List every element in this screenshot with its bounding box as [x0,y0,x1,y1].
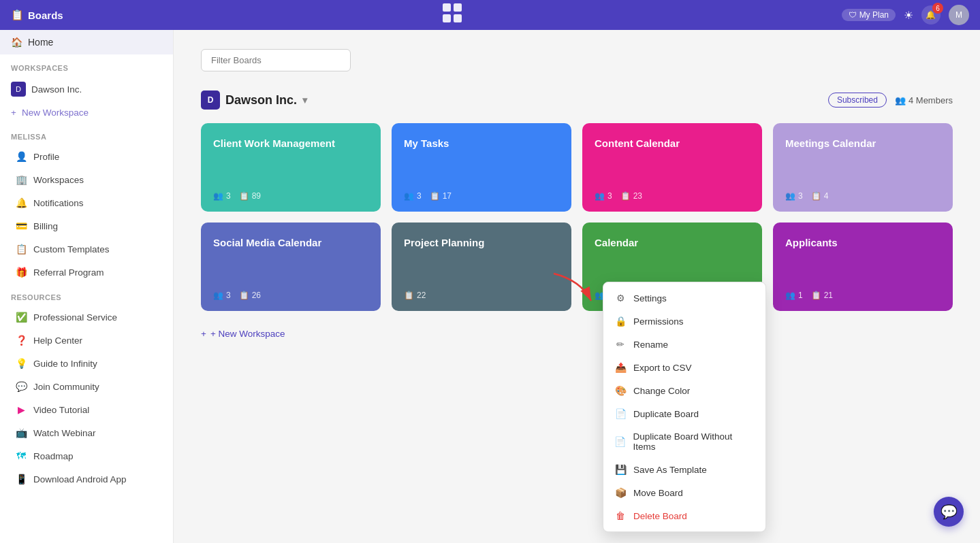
board-title: Social Media Calendar [213,236,368,250]
board-stats: 👥3📋4 [785,180,941,201]
board-title: Project Planning [404,236,559,250]
ctx-item-label: Save As Template [633,465,707,475]
context-menu-item-duplicate-board-without-items[interactable]: 📄 Duplicate Board Without Items [603,425,765,458]
context-menu-item-rename[interactable]: ✏ Rename [603,333,765,356]
boards-grid: Client Work Management 👥3📋89 My Tasks 👥3… [201,123,953,311]
ctx-item-icon: ✏ [614,339,627,350]
app-title: 📋 Boards [11,9,63,21]
android-icon: 📱 [15,474,27,484]
board-card[interactable]: Project Planning 📋22 [392,223,571,311]
plus-icon: + [11,108,16,118]
sidebar-item-notifications[interactable]: 🔔 Notifications [4,192,169,214]
guide-icon: 💡 [15,358,27,369]
sidebar-item-home[interactable]: 🏠 Home [0,30,173,54]
new-workspace-button[interactable]: + + New Workspace [201,325,953,343]
board-stats: 👥3📋17 [404,180,559,201]
members-icon: 👥 [895,95,906,105]
subscribed-badge: Subscribed [828,93,887,108]
board-card[interactable]: Applicants 👥1📋21 [773,223,953,311]
notification-bell[interactable]: 🔔6 [921,5,941,24]
billing-icon: 💳 [15,220,27,231]
board-stats: 👥3📋26 [213,280,368,300]
ctx-item-label: Export to CSV [633,363,692,373]
sidebar-item-profile[interactable]: 👤 Profile [4,146,169,167]
sidebar-item-custom-templates[interactable]: 📋 Custom Templates [4,238,169,260]
sidebar-item-referral[interactable]: 🎁 Referral Program [4,261,169,283]
workspace-title[interactable]: D Dawson Inc. ▾ [201,90,307,110]
context-menu-item-change-color[interactable]: 🎨 Change Color [603,379,765,402]
referral-icon: 🎁 [15,267,27,278]
sidebar-item-roadmap[interactable]: 🗺 Roadmap [4,445,169,467]
home-icon: 🏠 [11,37,22,48]
plus-icon: + [201,329,206,339]
board-card[interactable]: Content Calendar 👥3📋23 [582,123,762,212]
svg-rect-0 [443,3,451,12]
chat-bubble-button[interactable]: 💬 [934,497,964,527]
sidebar-item-webinar[interactable]: 📺 Watch Webinar [4,422,169,444]
workspaces-section-label: Workspaces [0,54,173,76]
ctx-item-label: Permissions [633,316,684,327]
context-menu-item-duplicate-board[interactable]: 📄 Duplicate Board [603,402,765,425]
ctx-item-icon: 📄 [614,408,627,419]
board-card[interactable]: Meetings Calendar 👥3📋4 [773,123,953,212]
members-info: 👥 4 Members [895,95,953,105]
topbar: 📋 Boards 🛡 My Plan ☀ 🔔6 M [0,0,980,30]
board-items-stat: 📋22 [404,291,426,300]
chevron-down-icon: ▾ [302,95,307,105]
notifications-icon: 🔔 [15,197,27,208]
ctx-item-icon: ⚙ [614,293,627,303]
filter-boards-input[interactable] [201,49,351,71]
plan-badge[interactable]: 🛡 My Plan [842,9,896,21]
board-stats: 📋22 [404,280,559,300]
help-center-icon: ❓ [15,335,27,346]
workspaces-icon: 🏢 [15,174,27,185]
svg-rect-2 [443,14,451,22]
roadmap-icon: 🗺 [15,450,27,461]
plan-icon: 🛡 [849,10,857,20]
board-title: Calendar [595,236,750,250]
svg-rect-1 [454,3,462,12]
context-menu-item-settings[interactable]: ⚙ Settings [603,286,765,310]
board-title: Meetings Calendar [785,137,941,150]
board-card[interactable]: My Tasks 👥3📋17 [392,123,571,212]
workspace-dawson[interactable]: D Dawson Inc. [0,76,173,102]
add-workspace-button[interactable]: + New Workspace [0,102,173,123]
ctx-item-icon: 💾 [614,464,627,475]
sidebar-item-video-tutorial[interactable]: ▶ Video Tutorial [4,399,169,421]
context-menu-item-export-to-csv[interactable]: 📤 Export to CSV [603,356,765,379]
context-menu-item-permissions[interactable]: 🔒 Permissions [603,310,765,333]
sidebar-item-billing[interactable]: 💳 Billing [4,215,169,237]
context-menu-item-delete-board[interactable]: 🗑 Delete Board [603,504,765,527]
ctx-item-label: Change Color [633,386,690,396]
ctx-item-label: Move Board [633,488,683,498]
sidebar-item-community[interactable]: 💬 Join Community [4,376,169,397]
context-menu-item-move-board[interactable]: 📦 Move Board [603,481,765,504]
sidebar: 🏠 Home Workspaces D Dawson Inc. + New Wo… [0,30,174,543]
sidebar-item-android[interactable]: 📱 Download Android App [4,468,169,490]
sidebar-item-guide[interactable]: 💡 Guide to Infinity [4,352,169,374]
boards-icon: 📋 [11,9,24,21]
templates-icon: 📋 [15,244,27,254]
resources-section-label: Resources [0,284,173,306]
user-avatar[interactable]: M [949,5,969,25]
board-members-stat: 👥3 [213,291,231,300]
ctx-item-label: Duplicate Board Without Items [633,431,755,452]
svg-rect-3 [454,14,462,22]
app-logo [441,2,463,28]
context-menu-item-save-as-template[interactable]: 💾 Save As Template [603,458,765,481]
board-items-stat: 📋89 [239,191,261,201]
ctx-item-icon: 🔒 [614,316,627,327]
board-card[interactable]: Client Work Management 👥3📋89 [201,123,381,212]
sidebar-item-workspaces[interactable]: 🏢 Workspaces [4,169,169,191]
filter-bar [201,49,953,71]
board-card[interactable]: Social Media Calendar 👥3📋26 [201,223,381,311]
community-icon: 💬 [15,381,27,392]
sidebar-item-help-center[interactable]: ❓ Help Center [4,329,169,351]
workspace-header: D Dawson Inc. ▾ Subscribed 👥 4 Members [201,90,953,110]
board-members-stat: 👥3 [213,191,231,201]
board-title: Content Calendar [595,137,750,150]
sidebar-item-professional-service[interactable]: ✅ Professional Service [4,306,169,328]
board-stats: 👥3📋23 [595,180,750,201]
workspace-logo: D [201,90,220,110]
settings-icon[interactable]: ☀ [904,9,913,22]
